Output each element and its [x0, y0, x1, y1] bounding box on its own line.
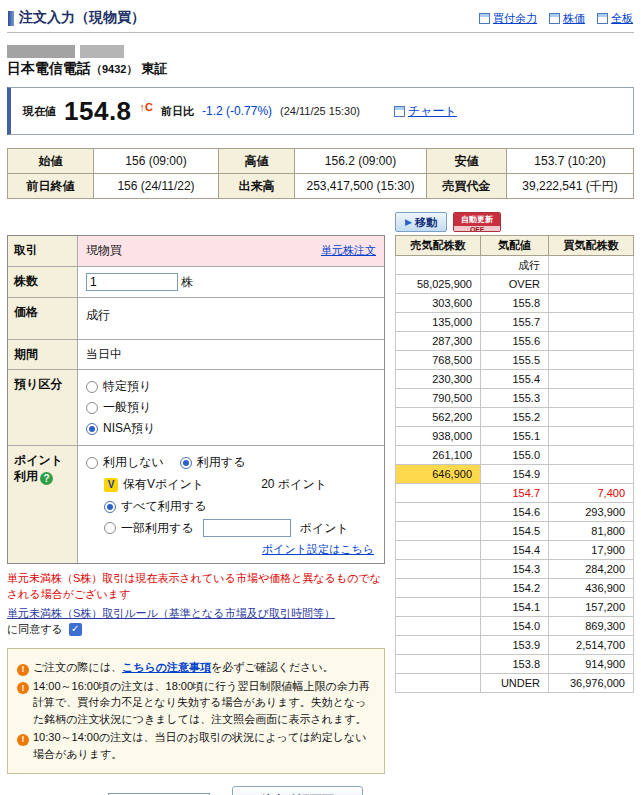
price-cell[interactable]: 153.9 [481, 636, 549, 655]
quantity-input[interactable] [86, 273, 178, 291]
point-settings-link[interactable]: ポイント設定はこちら [262, 543, 374, 555]
orderbook-row: 154.417,900 [396, 541, 634, 560]
price-cell[interactable]: 成行 [481, 256, 549, 275]
partial-points-input[interactable] [203, 519, 291, 537]
agree-checkbox[interactable]: ✓ [69, 623, 82, 636]
price-cell[interactable]: 155.6 [481, 332, 549, 351]
high-label: 高値 [219, 149, 295, 174]
order-form: 取引 現物買 単元株注文 株数 株 価格 成行 [7, 235, 385, 564]
price-cell[interactable]: 155.3 [481, 389, 549, 408]
vpoint-balance: 20 ポイント [261, 476, 327, 493]
price-cell[interactable]: 154.1 [481, 598, 549, 617]
sell-qty-cell [396, 484, 481, 503]
order-confirm-button[interactable]: ▶ 注文確認画面へ [232, 786, 363, 795]
orderbook-row: 154.6293,900 [396, 503, 634, 522]
stock-price-link[interactable]: 株価 [549, 11, 585, 26]
price-cell[interactable]: 155.0 [481, 446, 549, 465]
quantity-row: 株数 株 [8, 266, 384, 297]
account-option-tokutei[interactable]: 特定預り [86, 376, 376, 397]
orderbook-row: 154.77,400 [396, 484, 634, 503]
page-header: 注文入力（現物買） 買付余力 株価 全板 [7, 6, 634, 33]
account-option-label: NISA預り [103, 420, 155, 437]
low-value: 153.7 (10:20) [507, 149, 634, 174]
caution-link[interactable]: こちらの注意事項 [122, 661, 211, 673]
price-cell[interactable]: 154.5 [481, 522, 549, 541]
price-cell[interactable]: 155.5 [481, 351, 549, 370]
order-entry-page: 注文入力（現物買） 買付余力 株価 全板 日本電信電話（9432） 東証 現在値 [0, 0, 641, 795]
point-no-use-option[interactable]: 利用しない [86, 452, 164, 473]
order-footer: 取引パスワード： ∅ ▶ 注文確認画面へ 注文確認画面を省略 [7, 786, 385, 795]
quote-box: 現在値 154.8 ↑C 前日比 -1.2 (-0.77%) (24/11/25… [7, 87, 634, 135]
price-cell[interactable]: 155.4 [481, 370, 549, 389]
buy-qty-cell: 293,900 [549, 503, 634, 522]
buy-qty-cell [549, 465, 634, 484]
orderbook-row: 成行 [396, 256, 634, 275]
orderbook-row: 153.8914,900 [396, 655, 634, 674]
orderbook-rows: 成行58,025,900OVER303,600155.8135,000155.7… [396, 256, 634, 693]
orderbook-row: 562,200155.2 [396, 408, 634, 427]
orderbook-row: 154.3284,200 [396, 560, 634, 579]
price-cell[interactable]: 155.8 [481, 294, 549, 313]
buy-qty-cell [549, 256, 634, 275]
period-label: 期間 [8, 340, 78, 370]
buy-qty-cell: 36,976,000 [549, 674, 634, 693]
chart-link[interactable]: チャート [394, 103, 457, 120]
turnover-label: 売買代金 [427, 174, 507, 199]
use-partial-points-option[interactable]: 一部利用する ポイント [104, 517, 376, 539]
price-cell[interactable]: 155.7 [481, 313, 549, 332]
unit-share-order-link[interactable]: 単元株注文 [321, 243, 376, 258]
chart-icon [394, 106, 405, 117]
move-button[interactable]: ▶ 移動 [395, 212, 447, 232]
prev-close-label: 前日終値 [8, 174, 94, 199]
price-cell[interactable]: OVER [481, 275, 549, 294]
sell-qty-cell: 230,300 [396, 370, 481, 389]
buying-power-label: 買付余力 [493, 11, 537, 26]
buy-qty-cell [549, 294, 634, 313]
help-icon[interactable]: ? [40, 472, 53, 485]
sell-qty-cell: 938,000 [396, 427, 481, 446]
buy-qty-cell: 157,200 [549, 598, 634, 617]
stock-price-icon [549, 13, 560, 24]
volume-value: 253,417,500 (15:30) [295, 174, 427, 199]
price-cell[interactable]: 154.7 [481, 484, 549, 503]
auto-refresh-toggle[interactable]: 自動更新 OFF [453, 212, 501, 232]
price-cell[interactable]: UNDER [481, 674, 549, 693]
price-cell[interactable]: 155.1 [481, 427, 549, 446]
price-cell[interactable]: 154.4 [481, 541, 549, 560]
warning-icon: ! [17, 664, 29, 676]
partial-points-unit: ポイント [300, 520, 349, 537]
price-cell[interactable]: 154.0 [481, 617, 549, 636]
point-use-row: ポイント利用? 利用しない 利用する [8, 445, 384, 563]
sshare-rule-link[interactable]: 単元未満株（S株）取引ルール（基準となる市場及び取引時間等） [7, 606, 335, 621]
orderbook-row: 154.581,800 [396, 522, 634, 541]
period-value: 当日中 [78, 340, 384, 370]
orderbook-row: 790,500155.3 [396, 389, 634, 408]
current-price-value: 154.8 [64, 96, 132, 127]
buying-power-icon [479, 13, 490, 24]
vpoint-icon: V [104, 478, 118, 492]
account-option-ippan[interactable]: 一般預り [86, 397, 376, 418]
buy-qty-cell: 17,900 [549, 541, 634, 560]
notice-box: !ご注文の際には、こちらの注意事項を必ずご確認ください。 !14:00～16:0… [7, 648, 385, 774]
orderbook-row: 230,300155.4 [396, 370, 634, 389]
full-board-link[interactable]: 全板 [597, 11, 633, 26]
account-option-label: 一般預り [103, 399, 151, 416]
use-all-points-option[interactable]: すべて利用する [104, 496, 376, 517]
price-cell[interactable]: 155.2 [481, 408, 549, 427]
price-cell[interactable]: 153.8 [481, 655, 549, 674]
price-cell[interactable]: 154.3 [481, 560, 549, 579]
sell-qty-cell [396, 636, 481, 655]
price-cell[interactable]: 154.2 [481, 579, 549, 598]
page-title: 注文入力（現物買） [8, 9, 145, 27]
price-cell[interactable]: 154.6 [481, 503, 549, 522]
account-type-label: 預り区分 [8, 370, 78, 445]
account-option-nisa[interactable]: NISA預り [86, 418, 376, 439]
price-cell[interactable]: 154.9 [481, 465, 549, 484]
orderbook-row: 58,025,900OVER [396, 275, 634, 294]
sell-qty-cell [396, 617, 481, 636]
buy-qty-cell [549, 332, 634, 351]
buying-power-link[interactable]: 買付余力 [479, 11, 537, 26]
orderbook-row: 261,100155.0 [396, 446, 634, 465]
point-use-option[interactable]: 利用する [180, 452, 246, 473]
sell-qty-cell [396, 541, 481, 560]
